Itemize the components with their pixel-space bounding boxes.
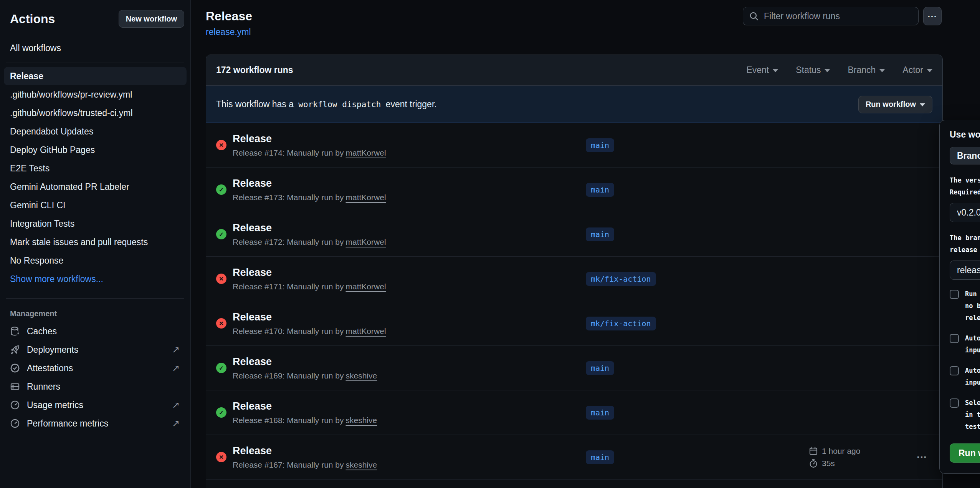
filter-actor[interactable]: Actor: [902, 65, 932, 75]
branch-badge[interactable]: main: [586, 361, 614, 375]
checkbox-row-nightly-tag: Auto apply the nightly release tag, inpu…: [950, 332, 980, 356]
failure-icon: [216, 140, 226, 150]
run-workflow-dropdown-button[interactable]: Run workflow: [858, 96, 932, 113]
filter-status[interactable]: Status: [796, 65, 830, 75]
table-row[interactable]: Release Release #167: Manually run byske…: [206, 435, 942, 480]
filter-branch[interactable]: Branch: [848, 65, 885, 75]
actions-sidebar: Actions New workflow All workflows Relea…: [0, 0, 191, 488]
sidebar-item-dependabot-updates[interactable]: Dependabot Updates: [4, 122, 187, 141]
branch-badge[interactable]: main: [586, 450, 614, 464]
sidebar-item-deploy-github-pages[interactable]: Deploy GitHub Pages: [4, 141, 187, 159]
main-content: Release release.yml 172 workflow runs Ev…: [191, 0, 980, 488]
workflow-file-link[interactable]: release.yml: [206, 27, 251, 37]
sidebar-item-label: Integration Tests: [10, 219, 74, 229]
run-actor-link[interactable]: skeshive: [346, 371, 377, 380]
run-title-link[interactable]: Release: [233, 445, 377, 457]
sidebar-item-gemini-pr-labeler[interactable]: Gemini Automated PR Labeler: [4, 178, 187, 196]
sidebar-item-label: E2E Tests: [10, 163, 50, 174]
chevron-down-icon: [825, 69, 830, 72]
run-title-link[interactable]: Release: [233, 356, 377, 368]
sidebar-item-label: Gemini Automated PR Labeler: [10, 182, 129, 192]
sidebar-item-integration-tests[interactable]: Integration Tests: [4, 214, 187, 233]
banner-text: This workflow has a workflow_dispatch ev…: [216, 99, 437, 110]
sidebar-item-usage-metrics[interactable]: Usage metrics: [4, 396, 187, 414]
new-workflow-button[interactable]: New workflow: [119, 10, 184, 28]
run-actor-link[interactable]: mattKorwel: [346, 237, 386, 246]
sidebar-item-label: Dependabot Updates: [10, 126, 93, 137]
branch-selector-button[interactable]: Branch: main: [950, 147, 980, 164]
table-row[interactable]: Release Release #170: Manually run bymat…: [206, 301, 942, 346]
nightly-tag-checkbox[interactable]: [950, 334, 959, 343]
run-workflow-popover: Use workflow from Branch: main The versi…: [939, 120, 980, 474]
mgmt-item-label: Usage metrics: [27, 400, 83, 410]
branch-badge[interactable]: mk/fix-action: [586, 272, 656, 286]
gauge-icon: [10, 400, 20, 410]
table-row[interactable]: Release Release #171: Manually run bymat…: [206, 257, 942, 301]
run-actor-link[interactable]: mattKorwel: [346, 148, 386, 157]
search-icon: [749, 11, 759, 21]
sidebar-item-mark-stale[interactable]: Mark stale issues and pull requests: [4, 233, 187, 251]
run-title-link[interactable]: Release: [233, 222, 386, 234]
version-input-label: The version to release (e.g., v0.1.11). …: [950, 174, 980, 198]
run-title-link[interactable]: Release: [233, 400, 377, 412]
sidebar-title: Actions: [10, 12, 55, 26]
run-description: Release #171: Manually run bymattKorwel: [233, 282, 386, 291]
sidebar-item-no-response[interactable]: No Response: [4, 251, 187, 270]
run-title-link[interactable]: Release: [233, 311, 386, 323]
sidebar-item-trusted-ci[interactable]: .github/workflows/trusted-ci.yml: [4, 104, 187, 122]
rocket-icon: [10, 345, 20, 355]
run-workflow-submit-button[interactable]: Run workflow: [950, 443, 980, 463]
branch-badge[interactable]: main: [586, 227, 614, 241]
table-row[interactable]: Release Release #172: Manually run bymat…: [206, 212, 942, 257]
run-description: Release #169: Manually run byskeshive: [233, 371, 377, 380]
sidebar-item-e2e-tests[interactable]: E2E Tests: [4, 159, 187, 178]
kebab-menu-icon[interactable]: [916, 451, 927, 463]
filter-event[interactable]: Event: [746, 65, 778, 75]
show-more-workflows-link[interactable]: Show more workflows...: [4, 270, 187, 288]
stopwatch-icon: [809, 459, 818, 468]
run-title-link[interactable]: Release: [233, 133, 386, 145]
table-row[interactable]: Release Release #174: Manually run bymat…: [206, 123, 942, 168]
run-actor-link[interactable]: skeshive: [346, 460, 377, 469]
version-input[interactable]: [950, 203, 980, 222]
all-workflows-link[interactable]: All workflows: [10, 43, 187, 53]
popover-title: Use workflow from: [950, 129, 980, 140]
chevron-down-icon: [773, 69, 778, 72]
ref-input[interactable]: [950, 261, 980, 280]
sidebar-item-performance-metrics[interactable]: Performance metrics: [4, 414, 187, 433]
table-row[interactable]: Release Release #173: Manually run bymat…: [206, 168, 942, 212]
filter-workflow-runs-input[interactable]: [743, 7, 919, 25]
run-actor-link[interactable]: skeshive: [346, 416, 377, 425]
sidebar-item-label: Gemini CLI CI: [10, 200, 65, 211]
sidebar-item-gemini-cli-ci[interactable]: Gemini CLI CI: [4, 196, 187, 214]
sidebar-item-runners[interactable]: Runners: [4, 377, 187, 396]
run-actor-link[interactable]: mattKorwel: [346, 327, 386, 335]
run-title-link[interactable]: Release: [233, 267, 386, 279]
banner-text-before: This workflow has a: [216, 99, 294, 109]
branch-badge[interactable]: main: [586, 406, 614, 420]
sidebar-item-label: .github/workflows/pr-review.yml: [10, 90, 132, 100]
branch-badge[interactable]: mk/fix-action: [586, 317, 656, 330]
branch-badge[interactable]: main: [586, 183, 614, 197]
run-actor-link[interactable]: mattKorwel: [346, 193, 386, 202]
dry-run-checkbox[interactable]: [950, 290, 959, 299]
sidebar-item-caches[interactable]: Caches: [4, 322, 187, 340]
branch-badge[interactable]: main: [586, 138, 614, 152]
external-link-icon: [172, 418, 180, 429]
run-title-link[interactable]: Release: [233, 178, 386, 189]
banner-code: workflow_dispatch: [296, 100, 383, 109]
preview-tag-checkbox[interactable]: [950, 366, 959, 375]
table-row[interactable]: Release Release #169: Manually run byske…: [206, 346, 942, 390]
workflow-options-kebab-button[interactable]: [923, 7, 942, 25]
sidebar-item-pr-review[interactable]: .github/workflows/pr-review.yml: [4, 85, 187, 104]
sidebar-item-label: .github/workflows/trusted-ci.yml: [10, 108, 133, 118]
sidebar-item-release[interactable]: Release: [4, 67, 187, 85]
checkbox-label: Auto apply the preview release tag, inpu…: [965, 365, 980, 388]
skip-tests-checkbox[interactable]: [950, 398, 959, 408]
sidebar-item-deployments[interactable]: Deployments: [4, 340, 187, 359]
sidebar-item-attestations[interactable]: Attestations: [4, 359, 187, 377]
run-actor-link[interactable]: mattKorwel: [346, 282, 386, 291]
failure-icon: [216, 318, 226, 329]
run-description: Release #174: Manually run bymattKorwel: [233, 148, 386, 158]
table-row[interactable]: Release Release #168: Manually run byske…: [206, 390, 942, 435]
